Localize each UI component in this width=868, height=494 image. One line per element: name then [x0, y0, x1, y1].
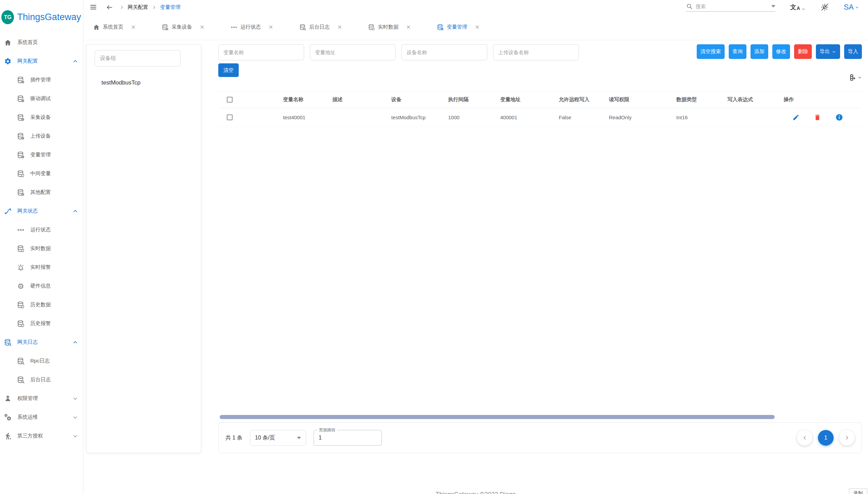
table-row[interactable]: test40001 testModbusTcp 1000 400001 Fals… [218, 108, 862, 127]
tab-run-status[interactable]: 运行状态 [231, 24, 273, 31]
tab-collect-device[interactable]: 采集设备 [162, 24, 205, 31]
record-badge[interactable]: 录制 [849, 489, 867, 494]
breadcrumb-section[interactable]: 网关配置 [128, 4, 148, 11]
translate-icon [790, 3, 796, 11]
global-search[interactable] [686, 3, 775, 12]
sidebar-item-realtime-alarm[interactable]: 实时报警 [3, 258, 80, 277]
chevron-down-icon [72, 414, 78, 420]
sidebar: TG ThingsGateway 系统首页 网关配置 插件管理 驱动调试 [0, 0, 83, 494]
database-gear-icon [17, 76, 25, 84]
caret-down-icon[interactable] [771, 5, 775, 7]
sidebar-item-upload-device[interactable]: 上传设备 [3, 127, 80, 145]
search-input[interactable] [696, 3, 757, 9]
tab-home[interactable]: 系统首页 [93, 24, 136, 31]
page-jump-field: 页面跳转 [314, 430, 382, 446]
sidebar-item-rpc-log[interactable]: Rpc日志 [3, 352, 80, 370]
tree-node-testmodbustcp[interactable]: testModbusTcp [91, 79, 196, 86]
database-refresh-icon [368, 24, 375, 31]
add-button[interactable]: 添加 [751, 44, 768, 59]
variable-name-field[interactable] [218, 44, 304, 60]
query-button[interactable]: 查询 [729, 44, 746, 59]
sidebar-group-gateway-log[interactable]: 网关日志 [3, 333, 80, 352]
column-header: 执行间隔 [444, 96, 496, 103]
back-arrow-icon[interactable] [106, 4, 113, 11]
language-switch-button[interactable] [790, 3, 806, 11]
columns-icon [849, 74, 856, 81]
current-page-button[interactable]: 1 [818, 430, 834, 446]
chevron-right-icon [119, 5, 124, 10]
column-header: 变量名称 [279, 96, 328, 103]
sidebar-item-other-config[interactable]: 其他配置 [3, 183, 80, 202]
delete-button[interactable]: 删除 [794, 44, 812, 59]
info-icon[interactable] [835, 113, 843, 121]
database-search-icon [4, 339, 12, 346]
sidebar-group-gateway-config[interactable]: 网关配置 [3, 52, 80, 71]
sidebar-group-system-ops[interactable]: 系统运维 [3, 408, 80, 427]
device-name-field[interactable] [401, 44, 487, 60]
sidebar-item-history-data[interactable]: 历史数据 [3, 295, 80, 314]
theme-toggle-icon[interactable] [821, 3, 829, 11]
home-icon [93, 24, 100, 31]
select-all-checkbox[interactable] [227, 97, 233, 103]
user-menu[interactable]: SA [844, 3, 859, 12]
sidebar-group-third-party-auth[interactable]: 第三方授权 [3, 427, 80, 445]
sidebar-item-backend-log[interactable]: 后台日志 [3, 370, 80, 389]
tab-realtime-data[interactable]: 实时数据 [368, 24, 411, 31]
filter-row: 清空搜索 查询 添加 修改 删除 导出 导入 [218, 44, 862, 60]
close-icon[interactable] [131, 25, 136, 30]
sidebar-item-driver-debug[interactable]: 驱动调试 [3, 89, 80, 108]
column-settings-button[interactable] [849, 74, 862, 81]
close-icon[interactable] [337, 25, 342, 30]
content: testModbusTcp 清空搜索 查询 添加 修改 删除 [83, 40, 868, 494]
database-refresh-icon [17, 301, 25, 309]
delete-trash-icon[interactable] [814, 114, 821, 121]
sidebar-item-collect-device[interactable]: 采集设备 [3, 108, 80, 127]
cell-interval: 1000 [444, 114, 496, 120]
chevron-down-icon [72, 433, 78, 439]
walker-icon [4, 432, 12, 440]
page-size-select[interactable]: 10 条/页 [250, 430, 306, 446]
prev-page-button[interactable] [797, 430, 812, 446]
tab-variable-manage[interactable]: 变量管理 [437, 24, 480, 31]
close-icon[interactable] [200, 25, 205, 30]
menu-collapse-icon[interactable] [90, 3, 97, 11]
sidebar-group-gateway-status[interactable]: 网关状态 [3, 202, 80, 220]
sidebar-item-run-status[interactable]: 运行状态 [3, 220, 80, 239]
row-checkbox[interactable] [227, 114, 233, 120]
edit-button[interactable]: 修改 [772, 44, 790, 59]
tabbar: 系统首页 采集设备 运行状态 后台日志 实时数据 [83, 14, 868, 40]
next-page-button[interactable] [839, 430, 855, 446]
caret-down-icon [297, 437, 301, 439]
upload-device-name-field[interactable] [493, 44, 579, 60]
close-icon[interactable] [268, 25, 273, 30]
close-icon[interactable] [475, 25, 480, 30]
export-button[interactable]: 导出 [816, 44, 840, 59]
sidebar-item-intermediate-variable[interactable]: 中间变量 [3, 164, 80, 183]
column-header: 设备 [387, 96, 444, 103]
sidebar-item-realtime-data[interactable]: 实时数据 [3, 239, 80, 258]
topbar: 网关配置 变量管理 SA [83, 0, 868, 14]
close-icon[interactable] [406, 25, 411, 30]
toolbar: 清空搜索 查询 添加 修改 删除 导出 导入 [697, 44, 862, 59]
clear-button[interactable]: 清空 [218, 63, 239, 77]
sidebar-item-variable-manage[interactable]: 变量管理 [3, 145, 80, 164]
variable-address-field[interactable] [310, 44, 396, 60]
breadcrumb-page[interactable]: 变量管理 [160, 4, 180, 11]
column-header: 变量地址 [496, 96, 555, 103]
tab-backend-log[interactable]: 后台日志 [299, 24, 342, 31]
worker-icon [4, 395, 12, 402]
page-jump-input[interactable] [315, 435, 380, 441]
sidebar-menu: 系统首页 网关配置 插件管理 驱动调试 采集设备 上传设备 [0, 33, 83, 445]
database-search-icon [299, 24, 306, 31]
sidebar-item-plugin-manage[interactable]: 插件管理 [3, 71, 80, 89]
sidebar-item-home[interactable]: 系统首页 [3, 33, 80, 52]
edit-pencil-icon[interactable] [792, 114, 800, 121]
horizontal-scrollbar[interactable] [220, 415, 775, 419]
sidebar-item-history-alarm[interactable]: 历史报警 [3, 314, 80, 333]
column-header: 描述 [328, 96, 387, 103]
clear-search-button[interactable]: 清空搜索 [697, 44, 725, 59]
sidebar-item-hardware-info[interactable]: 硬件信息 [3, 277, 80, 295]
import-button[interactable]: 导入 [844, 44, 862, 59]
device-group-input[interactable] [95, 50, 180, 66]
sidebar-group-permission-manage[interactable]: 权限管理 [3, 389, 80, 408]
